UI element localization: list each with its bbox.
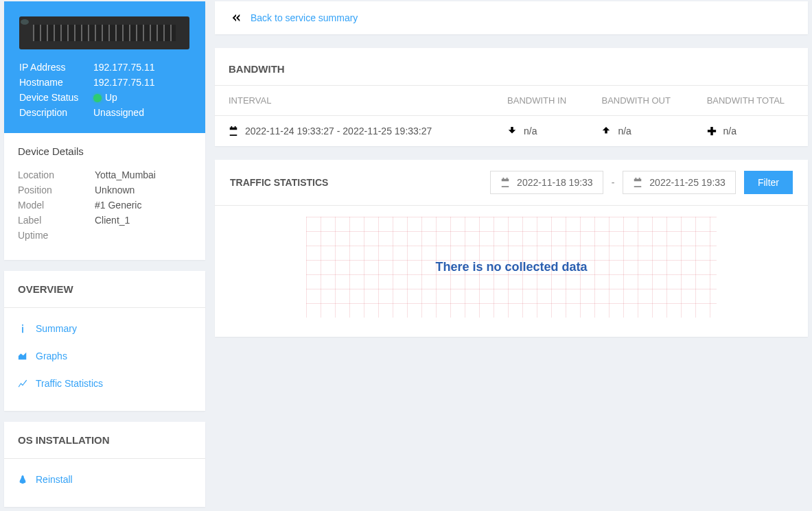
info-icon xyxy=(18,324,27,333)
nav-traffic[interactable]: Traffic Statistics xyxy=(4,370,205,397)
server-image xyxy=(19,16,189,49)
arrow-down-icon xyxy=(507,126,517,136)
col-in: BANDWITH IN xyxy=(494,86,588,116)
line-chart-icon xyxy=(18,379,27,388)
table-row: 2022-11-24 19:33:27 - 2022-11-25 19:33:2… xyxy=(215,116,808,147)
calendar-icon xyxy=(633,178,642,187)
date-from-value: 2022-11-18 19:33 xyxy=(517,177,593,188)
device-details: Device Details Location Yotta_Mumbai Pos… xyxy=(4,133,205,260)
nav-traffic-label: Traffic Statistics xyxy=(36,378,103,389)
nav-summary[interactable]: Summary xyxy=(4,315,205,342)
location-label: Location xyxy=(18,169,95,180)
position-label: Position xyxy=(18,185,95,195)
col-interval: INTERVAL xyxy=(215,86,494,116)
date-sep: - xyxy=(612,177,615,188)
labelkey-value: Client_1 xyxy=(95,215,192,226)
host-label: Hostname xyxy=(19,77,93,88)
calendar-icon xyxy=(229,126,238,136)
desc-label: Description xyxy=(19,107,93,118)
desc-value: Unassigned xyxy=(93,107,190,118)
status-dot-icon xyxy=(93,94,102,102)
overview-title: OVERVIEW xyxy=(4,271,205,308)
no-data-message: There is no collected data xyxy=(435,260,587,274)
date-from-input[interactable]: 2022-11-18 19:33 xyxy=(490,171,603,194)
filter-button[interactable]: Filter xyxy=(744,171,793,194)
ip-value: 192.177.75.11 xyxy=(93,62,190,73)
calendar-icon xyxy=(500,178,510,187)
date-to-input[interactable]: 2022-11-25 19:33 xyxy=(623,171,736,194)
status-value: Up xyxy=(93,92,190,103)
labelkey-label: Label xyxy=(18,215,95,226)
back-link[interactable]: Back to service summary xyxy=(231,12,791,23)
nav-summary-label: Summary xyxy=(36,323,77,334)
location-value: Yotta_Mumbai xyxy=(95,169,192,180)
area-chart-icon xyxy=(18,351,27,361)
traffic-chart: There is no collected data xyxy=(306,217,717,318)
position-value: Unknown xyxy=(95,185,192,195)
bandwidth-table: INTERVAL BANDWITH IN BANDWITH OUT BANDWI… xyxy=(215,86,808,146)
traffic-title: TRAFFIC STATISTICS xyxy=(230,177,328,188)
back-link-label: Back to service summary xyxy=(251,12,358,23)
date-to-value: 2022-11-25 19:33 xyxy=(649,177,726,188)
model-label: Model xyxy=(18,200,95,211)
plus-icon xyxy=(707,126,717,136)
double-chevron-left-icon xyxy=(231,13,241,23)
nav-graphs[interactable]: Graphs xyxy=(4,342,205,370)
col-total: BANDWITH TOTAL xyxy=(693,86,808,116)
linux-icon xyxy=(18,475,27,484)
col-out: BANDWITH OUT xyxy=(588,86,693,116)
arrow-up-icon xyxy=(601,126,611,136)
status-label: Device Status xyxy=(19,92,93,103)
uptime-label: Uptime xyxy=(18,230,95,241)
uptime-value xyxy=(95,230,192,241)
model-value: #1 Generic xyxy=(95,200,192,211)
os-install-title: OS INSTALLATION xyxy=(4,422,205,459)
bandwidth-title: BANDWITH xyxy=(215,48,808,86)
host-value: 192.177.75.11 xyxy=(93,77,190,88)
nav-graphs-label: Graphs xyxy=(36,350,67,361)
device-details-title: Device Details xyxy=(18,145,192,157)
ip-label: IP Address xyxy=(19,62,93,73)
nav-reinstall-label: Reinstall xyxy=(36,474,73,485)
device-header: IP Address 192.177.75.11 Hostname 192.17… xyxy=(4,1,205,133)
nav-reinstall[interactable]: Reinstall xyxy=(4,466,205,493)
